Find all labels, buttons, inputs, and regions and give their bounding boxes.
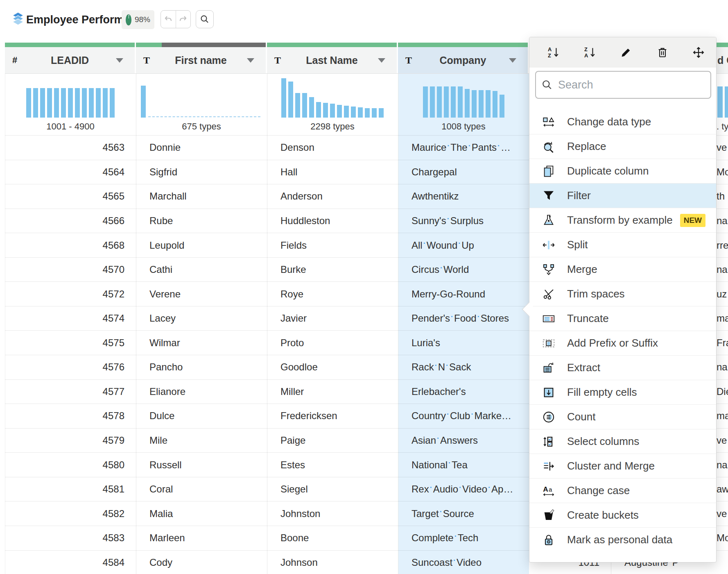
cell-first-name[interactable]: Coral xyxy=(149,477,264,501)
menu-item-extract[interactable]: Extract xyxy=(529,355,716,380)
column-menu-arrow-icon[interactable] xyxy=(509,58,516,63)
cell-first-name[interactable]: Marleen xyxy=(149,526,264,550)
sort-ascending-button[interactable]: AZ xyxy=(547,45,561,59)
cell-first-name[interactable]: Rube xyxy=(149,209,264,233)
cell-leadid[interactable]: 4565 xyxy=(5,184,124,209)
column-header-leadid[interactable]: #LEADID xyxy=(5,47,135,73)
cell-leadid[interactable]: 4572 xyxy=(5,282,124,306)
cell-first-name[interactable]: Mile xyxy=(149,429,264,453)
cell-leadid[interactable]: 4570 xyxy=(5,258,124,282)
cell-last-name[interactable]: Roye xyxy=(280,282,395,306)
cell-company[interactable]: Chargepal xyxy=(411,160,530,184)
menu-item-transform-by-example[interactable]: Transform by exampleNEW xyxy=(529,208,716,232)
cell-leadid[interactable]: 4577 xyxy=(5,380,124,404)
cell-company[interactable]: Maurice·The·Pants·… xyxy=(411,136,530,160)
cell-first-name[interactable]: Cathi xyxy=(149,258,264,282)
cell-company[interactable]: Rack·N·Sack xyxy=(411,355,530,379)
cell-company[interactable]: Sunny's·Surplus xyxy=(411,209,530,233)
column-menu-arrow-icon[interactable] xyxy=(378,58,385,63)
sort-descending-button[interactable]: ZA xyxy=(583,45,597,59)
cell-leadid[interactable]: 4579 xyxy=(5,429,124,453)
column-histogram[interactable] xyxy=(136,74,267,118)
cell-company[interactable]: Target·Source xyxy=(411,501,530,526)
rename-column-button[interactable] xyxy=(619,45,633,59)
cell-last-name[interactable]: Fredericksen xyxy=(280,404,395,428)
menu-item-cluster-and-merge[interactable]: Cluster and Merge xyxy=(529,454,716,478)
cell-first-name[interactable]: Cody xyxy=(149,551,264,574)
cell-company[interactable]: Asian·Answers xyxy=(411,429,530,453)
menu-item-change-data-type[interactable]: Change data type xyxy=(529,109,716,134)
cell-company[interactable]: Complete·Tech xyxy=(411,526,530,550)
cell-company[interactable]: Rex·Audio·Video·Ap… xyxy=(411,477,530,501)
menu-item-merge[interactable]: Merge xyxy=(529,257,716,281)
column-header-last_name[interactable]: TLast Name xyxy=(267,47,397,73)
cell-leadid[interactable]: 4568 xyxy=(5,233,124,257)
cell-company[interactable]: Circus·World xyxy=(411,258,530,282)
column-histogram[interactable] xyxy=(267,74,398,118)
menu-item-filter[interactable]: Filter xyxy=(529,183,716,208)
menu-item-split[interactable]: Split xyxy=(529,232,716,257)
cell-leadid[interactable]: 4566 xyxy=(5,209,124,233)
menu-item-create-buckets[interactable]: Create buckets xyxy=(529,503,716,527)
delete-column-button[interactable] xyxy=(656,45,669,59)
cell-first-name[interactable]: Elianore xyxy=(149,380,264,404)
cell-last-name[interactable]: Paige xyxy=(280,429,395,453)
cell-company[interactable]: Suncoast·Video xyxy=(411,551,530,574)
column-header-company[interactable]: TCompany xyxy=(398,47,528,73)
cell-last-name[interactable]: Johnston xyxy=(280,501,395,526)
column-menu-arrow-icon[interactable] xyxy=(116,58,123,63)
cell-first-name[interactable]: Marchall xyxy=(149,184,264,209)
cell-first-name[interactable]: Verene xyxy=(149,282,264,306)
cell-leadid[interactable]: 4581 xyxy=(5,477,124,501)
menu-item-add-prefix-or-suffix[interactable]: Add Prefix or Suffix xyxy=(529,331,716,355)
cell-last-name[interactable]: Siegel xyxy=(280,477,395,501)
menu-item-select-columns[interactable]: Select columns xyxy=(529,429,716,454)
cell-last-name[interactable]: Johnson xyxy=(280,551,395,574)
column-menu-arrow-icon[interactable] xyxy=(247,58,254,63)
cell-last-name[interactable]: Goodloe xyxy=(280,355,395,379)
cell-company[interactable]: National·Tea xyxy=(411,453,530,477)
column-histogram[interactable] xyxy=(5,74,136,118)
cell-last-name[interactable]: Miller xyxy=(280,380,395,404)
cell-company[interactable]: Country·Club·Marke… xyxy=(411,404,530,428)
cell-first-name[interactable]: Lacey xyxy=(149,306,264,331)
cell-leadid[interactable]: 4576 xyxy=(5,355,124,379)
cell-company[interactable]: Pender's·Food·Stores xyxy=(411,306,530,331)
menu-item-count[interactable]: Count xyxy=(529,404,716,429)
cell-leadid[interactable]: 4574 xyxy=(5,306,124,331)
cell-leadid[interactable]: 4578 xyxy=(5,404,124,428)
menu-item-mark-as-personal-data[interactable]: Mark as personal data xyxy=(529,527,716,552)
menu-item-fill-empty-cells[interactable]: Fill empty cells xyxy=(529,380,716,404)
cell-company[interactable]: Luria's xyxy=(411,331,530,355)
move-column-button[interactable] xyxy=(692,45,705,59)
cell-leadid[interactable]: 4580 xyxy=(5,453,124,477)
column-histogram[interactable] xyxy=(398,74,529,118)
menu-search-input[interactable] xyxy=(558,79,693,91)
cell-leadid[interactable]: 4584 xyxy=(5,551,124,574)
cell-company[interactable]: Awthentikz xyxy=(411,184,530,209)
cell-last-name[interactable]: Burke xyxy=(280,258,395,282)
cell-last-name[interactable]: Anderson xyxy=(280,184,395,209)
cell-first-name[interactable]: Dulce xyxy=(149,404,264,428)
cell-company[interactable]: All·Wound·Up xyxy=(411,233,530,257)
menu-item-change-case[interactable]: AaChange case xyxy=(529,478,716,503)
cell-last-name[interactable]: Javier xyxy=(280,306,395,331)
cell-leadid[interactable]: 4564 xyxy=(5,160,124,184)
cell-first-name[interactable]: Leupold xyxy=(149,233,264,257)
cell-company[interactable]: Merry-Go-Round xyxy=(411,282,530,306)
cell-company[interactable]: Erlebacher's xyxy=(411,380,530,404)
cell-last-name[interactable]: Proto xyxy=(280,331,395,355)
cell-leadid[interactable]: 4563 xyxy=(5,136,124,160)
cell-first-name[interactable]: Pancho xyxy=(149,355,264,379)
menu-item-truncate[interactable]: Truncate xyxy=(529,306,716,331)
cell-last-name[interactable]: Fields xyxy=(280,233,395,257)
cell-first-name[interactable]: Russell xyxy=(149,453,264,477)
cell-last-name[interactable]: Denson xyxy=(280,136,395,160)
column-header-first_name[interactable]: TFirst name xyxy=(136,47,266,73)
cell-first-name[interactable]: Malia xyxy=(149,501,264,526)
cell-leadid[interactable]: 4575 xyxy=(5,331,124,355)
cell-first-name[interactable]: Sigfrid xyxy=(149,160,264,184)
cell-leadid[interactable]: 4582 xyxy=(5,501,124,526)
menu-search-box[interactable] xyxy=(535,71,711,99)
cell-last-name[interactable]: Estes xyxy=(280,453,395,477)
